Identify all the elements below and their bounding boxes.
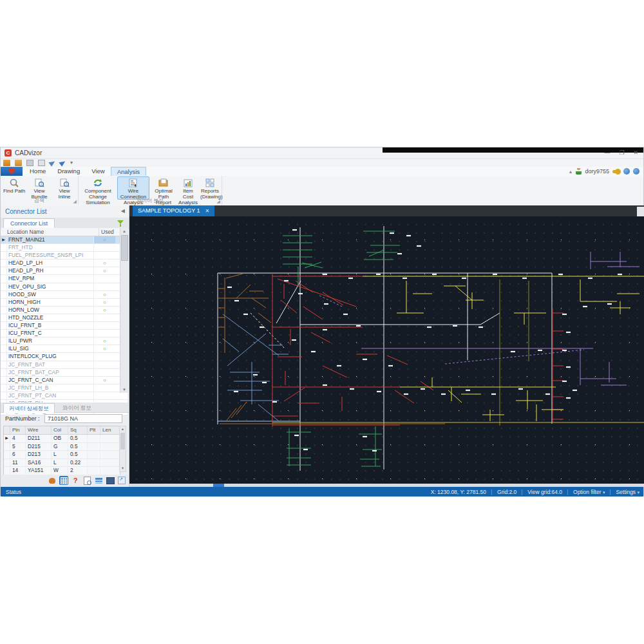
connector-list-tab[interactable]: Connector List [3,218,55,229]
status-text: Status [6,489,21,495]
tab-scroll-corner[interactable] [637,207,644,216]
pin-row[interactable]: 5D215G0.5 [4,443,120,451]
table-view-icon[interactable] [59,476,68,485]
save-icon[interactable] [26,160,33,166]
document-tab-sample-topology[interactable]: SAMPLE TOPOLOGY 1 ✕ [133,205,214,216]
dialog-launcher-icon[interactable]: ◢ [73,199,77,204]
component-change-simulation-button[interactable]: Component Change Simulation [80,176,116,200]
tab-connector-detail[interactable]: 커넥터 상세정보 [3,403,55,413]
view-inline-button[interactable]: View Inline [52,176,77,200]
open-folder-icon[interactable] [15,160,22,166]
pin-row[interactable]: ▶4D211OB0.5 [4,435,120,443]
column-plt[interactable]: Plt [88,426,100,434]
connector-row[interactable]: JC_FRNT_LH_B [1,384,128,392]
scroll-up-icon[interactable]: ▲ [120,228,128,234]
app-menu-button[interactable] [1,167,23,176]
scrollbar-thumb[interactable] [120,433,125,450]
connector-row[interactable]: FUEL_PRESSURE_SNSR_LPI [1,252,128,260]
connector-row[interactable]: JC_FRNT_PT_CAN [1,392,128,400]
tab-home[interactable]: Home [24,167,52,176]
scrollbar-thumb[interactable] [121,235,128,261]
minimize-button[interactable]: — [604,149,610,156]
search-document-icon[interactable] [82,476,91,485]
connector-row[interactable]: HEV_RPM [1,275,128,283]
connector-row[interactable]: HEAD_LP_LH○ [1,260,128,267]
pin-table-scrollbar[interactable]: ▲ ▼ [119,426,126,472]
pin-row[interactable]: 14YA151W2 [4,467,120,475]
settings-dropdown[interactable]: Settings ▾ [616,489,639,495]
connector-list-scrollbar[interactable]: ▲ ▼ [120,228,128,393]
column-len[interactable]: Len [100,426,118,434]
bar-chart-icon [178,178,198,187]
column-pin[interactable]: Pin [10,426,26,434]
topology-canvas[interactable] [129,216,644,484]
connector-row[interactable]: JC_FRNT_C_CAN○ [1,377,128,384]
open-project-icon[interactable] [3,160,10,166]
user-name: dory9755 [585,168,609,175]
column-used[interactable]: Used [99,228,122,236]
export-chart-icon[interactable] [117,476,126,485]
connector-row[interactable]: ICU_FRNT_C [1,330,128,337]
connector-row[interactable]: ▶FRNT_MAIN21○ [1,236,128,244]
eraser-icon[interactable] [49,159,57,167]
reports-drawing-button[interactable]: Reports (Drawing) [200,176,220,200]
part-number-label: PartNumber : [5,415,40,422]
connector-row[interactable]: HOOD_SW○ [1,291,128,299]
license-key-icon[interactable] [612,170,620,173]
dialog-launcher-icon[interactable]: ◢ [217,199,220,204]
wire-connection-analysis-button[interactable]: Wire Connection Analysis [117,176,149,200]
column-wire[interactable]: Wire [26,426,52,434]
tab-view[interactable]: View [86,167,110,176]
option-filter-dropdown[interactable]: Option filter ▾ [573,489,605,495]
quick-access-toolbar: ▾ [3,158,73,167]
copy-icon[interactable] [38,160,45,166]
magnifier-icon [3,178,26,187]
connector-row[interactable]: JC_FRNT_BAT_CAP [1,369,128,377]
connector-row[interactable]: ILU_SIG○ [1,345,128,353]
report-folder-icon [151,178,176,187]
connector-row[interactable]: ICU_FRNT_B [1,322,128,330]
help-icon[interactable]: ? [71,476,80,485]
app-window: C CADvizor — ❐ ✕ ▾ Home Drawing [0,147,644,496]
connector-row[interactable]: HEAD_LP_RH○ [1,267,128,275]
monitor-icon[interactable] [106,476,115,485]
column-location-name[interactable]: Location Name [1,228,99,236]
tab-analysis[interactable]: Analysis [111,167,146,176]
column-col[interactable]: Col [52,426,68,434]
scroll-down-icon[interactable]: ▼ [120,466,126,471]
optimal-path-report-button[interactable]: Optimal Path Report [151,176,176,200]
connector-row[interactable]: FRT_HTD [1,244,128,252]
tab-drawing[interactable]: Drawing [52,167,86,176]
scroll-up-icon[interactable]: ▲ [120,426,126,432]
analysis-list-icon [118,178,149,187]
tab-wire-info[interactable]: 와이어 정보 [57,403,97,412]
ribbon-collapse-icon[interactable]: ▲ [569,169,573,174]
connector-row[interactable]: HORN_HIGH○ [1,299,128,307]
scroll-down-icon[interactable]: ▼ [120,386,128,393]
report-grid-icon [200,178,220,187]
pen-icon[interactable] [59,159,67,167]
connector-row[interactable]: HEV_OPU_SIG [1,283,128,291]
restore-button[interactable]: ❐ [619,149,624,156]
column-sq[interactable]: Sq [68,426,88,434]
close-button[interactable]: ✕ [633,149,638,156]
connector-row[interactable]: ILU_PWR○ [1,337,128,345]
view-bundle-button[interactable]: View Bundle [27,176,52,200]
find-path-button[interactable]: Find Path [2,176,26,200]
connector-row[interactable]: JC_FRNT_BAT [1,361,128,369]
sync-globe-icon[interactable] [633,168,639,175]
help-globe-icon[interactable] [623,168,630,175]
quick-access-dropdown-icon[interactable]: ▾ [70,160,73,166]
pin-row[interactable]: 6D213L0.5 [4,451,120,459]
layers-icon[interactable] [94,476,103,485]
pin-row[interactable]: 11SA16L0.22 [4,459,120,468]
item-cost-analysis-button[interactable]: Item Cost Analysis [177,176,199,200]
panel-pin-icon[interactable]: ◀ [121,208,125,214]
part-number-field[interactable]: 71018G NA [44,414,122,423]
close-tab-icon[interactable]: ✕ [205,205,210,216]
connector-row[interactable]: HORN_LOW○ [1,307,128,314]
component-icon[interactable] [48,476,57,485]
filter-funnel-icon[interactable] [117,220,124,224]
connector-row[interactable]: HTD_NOZZLE [1,314,128,322]
connector-row[interactable]: INTERLOCK_PLUG [1,353,128,361]
